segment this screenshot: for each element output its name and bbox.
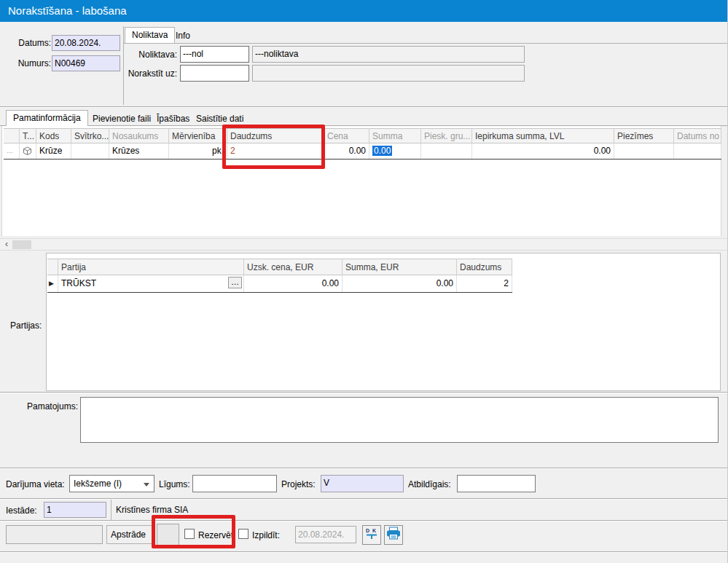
projekts-label: Projekts:	[281, 479, 316, 489]
projekts-field[interactable]: V	[321, 475, 404, 492]
row-daudzums-cell[interactable]: 2	[227, 143, 324, 159]
window-title: Norakstīšana - labošana	[8, 4, 127, 17]
row-part-summa-cell[interactable]: 0.00	[343, 275, 457, 292]
tab-pievienotie-faili[interactable]: Pievienotie faili	[87, 111, 157, 126]
divider	[0, 551, 728, 553]
row-piezimes-cell[interactable]	[614, 143, 674, 159]
items-table-row[interactable]: … Krūze Krūzes pk. 2 0.00 0.00 0.00	[4, 143, 721, 160]
divider	[0, 520, 728, 521]
partija-value: TRŪKST	[61, 278, 96, 288]
tab-pane-top-edge	[123, 43, 728, 44]
tab-saistitie-dati[interactable]: Saistītie dati	[190, 111, 249, 126]
divider	[111, 500, 111, 520]
col-part-summa[interactable]: Summa, EUR	[343, 259, 457, 275]
col-nosaukums[interactable]: Nosaukums	[109, 128, 169, 143]
items-table: T... Kods Svītrko... Nosaukums Mērvienīb…	[4, 128, 721, 160]
print-button[interactable]	[384, 525, 403, 545]
noliktava-name-field: ---noliktava	[252, 46, 525, 63]
tab-pamatinformacija[interactable]: Pamatinformācija	[6, 110, 88, 126]
col-daudzums[interactable]: Daudzums	[227, 128, 324, 143]
col-kods[interactable]: Kods	[36, 128, 71, 143]
row-part-daudzums-cell[interactable]: 2	[457, 275, 512, 292]
datums-field[interactable]: 20.08.2024.	[52, 35, 120, 51]
noliktava-code-field[interactable]: ---nol	[180, 46, 249, 63]
iestade-name: Kristīnes firma SIA	[116, 505, 188, 515]
partijas-table-row[interactable]: ▶ TRŪKST… 0.00 0.00 2	[47, 275, 512, 293]
pamatojums-textarea[interactable]	[80, 397, 719, 443]
tab-info[interactable]: Info	[170, 28, 196, 43]
row-type-cell	[20, 143, 36, 159]
col-iepirkuma-summa[interactable]: Iepirkuma summa, LVL	[472, 128, 614, 143]
row-cena-cell[interactable]: 0.00	[324, 143, 369, 159]
col-summa[interactable]: Summa	[369, 128, 421, 143]
row-nosaukums-cell[interactable]: Krūzes	[109, 143, 169, 159]
pamatojums-label: Pamatojums:	[13, 401, 78, 412]
izpildit-label: Izpildīt:	[252, 530, 280, 540]
col-mervieniba[interactable]: Mērvienība	[169, 128, 227, 143]
col-partija[interactable]: Partija	[58, 259, 244, 275]
izpildit-checkbox[interactable]	[238, 529, 248, 539]
partija-lookup-button[interactable]: …	[228, 277, 242, 288]
noliktava-label: Noliktava:	[117, 50, 177, 60]
col-part-selector	[47, 259, 58, 275]
partijas-label: Partijas:	[10, 320, 42, 331]
tab-ipasibas[interactable]: Īpašības	[151, 111, 195, 126]
row-svitrkods-cell[interactable]	[71, 143, 109, 159]
divider	[0, 498, 728, 500]
row-uzsk-cena-cell[interactable]: 0.00	[244, 275, 343, 292]
chevron-down-icon[interactable]	[144, 483, 149, 487]
printer-icon	[386, 527, 401, 543]
darijuma-vieta-value: Iekšzeme (I)	[74, 479, 122, 489]
atbildigais-field[interactable]	[457, 475, 536, 492]
row-iepirkuma-cell[interactable]: 0.00	[472, 143, 614, 159]
write-off-window: Norakstīšana - labošana Datums: 20.08.20…	[0, 0, 728, 563]
col-datums-no[interactable]: Datums no	[674, 128, 721, 143]
atbildigais-label: Atbildīgais:	[408, 479, 451, 489]
divider	[0, 106, 728, 108]
col-t[interactable]: T...	[20, 128, 36, 143]
izpildit-date-field[interactable]: 20.08.2024.	[295, 526, 356, 543]
numurs-label: Numurs:	[6, 58, 51, 68]
rezervet-checkbox[interactable]	[184, 529, 195, 539]
norakstit-uz-name-field	[252, 65, 525, 82]
numurs-field[interactable]: N00469	[52, 55, 120, 71]
iestade-field[interactable]: 1	[44, 502, 106, 518]
col-piezimes[interactable]: Piezīmes	[614, 128, 674, 143]
scrollbar-thumb[interactable]	[12, 240, 31, 249]
items-table-header: T... Kods Svītrko... Nosaukums Mērvienīb…	[4, 128, 721, 143]
col-uzsk-cena[interactable]: Uzsk. cena, EUR	[244, 259, 343, 275]
dk-posting-button[interactable]: DK	[362, 525, 381, 545]
apstrade-label: Apstrāde	[106, 525, 154, 544]
svg-text:D: D	[366, 528, 369, 533]
rezervet-label: Rezervēt	[198, 530, 233, 540]
col-piesk-gru[interactable]: Piesk. gru...	[421, 128, 472, 143]
row-partija-cell[interactable]: TRŪKST…	[58, 275, 244, 292]
items-horizontal-scrollbar[interactable]: ‹	[0, 238, 728, 251]
dk-posting-icon: DK	[365, 527, 378, 543]
col-selector[interactable]	[4, 128, 20, 143]
svg-text:K: K	[372, 528, 376, 533]
scroll-left-icon[interactable]: ‹	[1, 240, 12, 250]
row-datums-no-cell[interactable]	[674, 143, 721, 159]
darijuma-vieta-select[interactable]: Iekšzeme (I)	[69, 475, 154, 492]
row-kods-cell[interactable]: Krūze	[36, 143, 71, 159]
row-mervieniba-cell[interactable]: pk.	[169, 143, 227, 159]
col-cena[interactable]: Cena	[324, 128, 369, 143]
norakstit-uz-code-field[interactable]	[180, 65, 249, 82]
iestade-label: Iestāde:	[6, 505, 37, 516]
ligums-field[interactable]	[192, 475, 277, 492]
partijas-table: Partija Uzsk. cena, EUR Summa, EUR Daudz…	[47, 259, 512, 293]
col-part-daudzums[interactable]: Daudzums	[457, 259, 512, 275]
apstrade-status-box	[157, 524, 179, 546]
row-selector-cell[interactable]: …	[4, 143, 20, 159]
divider	[0, 392, 728, 393]
tab-noliktava[interactable]: Noliktava	[125, 27, 175, 43]
row-summa-cell[interactable]: 0.00	[369, 143, 421, 159]
divider	[0, 468, 728, 469]
row-piesk-gru-cell[interactable]	[421, 143, 472, 159]
ligums-label: Līgums:	[159, 479, 190, 489]
selected-value[interactable]: 0.00	[372, 146, 392, 156]
current-row-marker-icon: ▶	[47, 275, 58, 292]
norakstit-uz-label: Norakstīt uz:	[113, 68, 177, 79]
col-svitrkods[interactable]: Svītrko...	[71, 128, 109, 143]
